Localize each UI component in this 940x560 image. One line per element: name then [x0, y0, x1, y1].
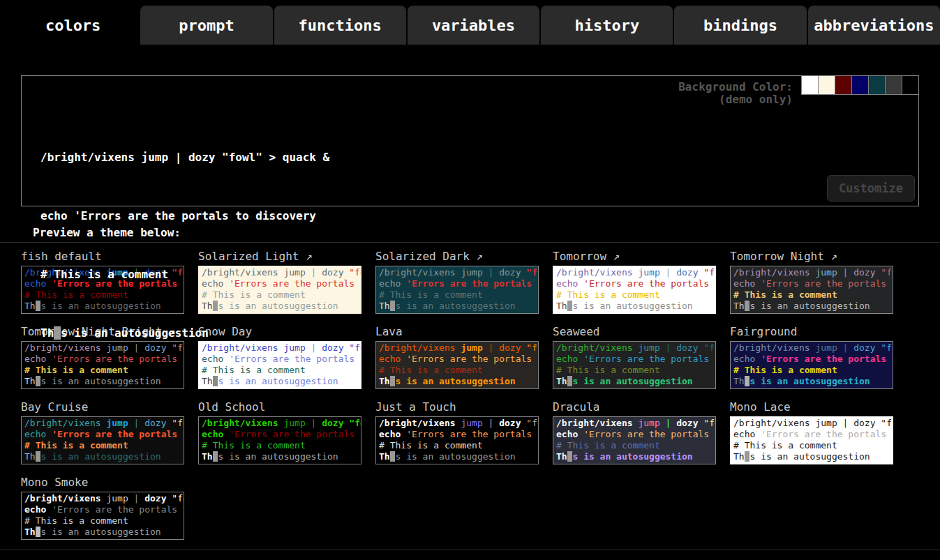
token-dozy: dozy — [144, 493, 172, 504]
theme-card[interactable]: Tomorrow ↗/bright/vixens jump | dozy "fo… — [553, 250, 716, 314]
tab-prompt[interactable]: prompt — [140, 6, 272, 45]
theme-card[interactable]: Mono Smoke/bright/vixens jump | dozy "fo… — [21, 476, 184, 540]
token-path: /bright/vixens — [556, 267, 638, 278]
theme-preview[interactable]: /bright/vixens jump | dozy "fowl" > quac… — [375, 416, 539, 464]
token-squote: 'Errors are the portals to discovery — [406, 354, 539, 364]
token-typed: Th — [24, 527, 36, 537]
theme-preview[interactable]: /bright/vixens jump | dozy "fowl" > quac… — [553, 341, 716, 389]
theme-preview[interactable]: /bright/vixens jump | dozy "fowl" > quac… — [375, 341, 539, 389]
theme-card[interactable]: Old School/bright/vixens jump | dozy "fo… — [198, 400, 361, 464]
bg-swatches — [801, 75, 919, 95]
theme-name[interactable]: Tomorrow Night ↗ — [730, 250, 893, 264]
token-comment: # This is a comment — [24, 440, 128, 451]
tab-abbreviations[interactable]: abbreviations — [808, 6, 940, 45]
theme-card[interactable]: Lava/bright/vixens jump | dozy "fowl" > … — [375, 325, 539, 389]
tab-bindings[interactable]: bindings — [674, 6, 806, 45]
theme-sample-line: This is an autosuggestion — [556, 451, 713, 462]
theme-name[interactable]: Bay Cruise — [21, 400, 184, 414]
token-typed: Th — [379, 301, 390, 311]
theme-name[interactable]: Fairground — [730, 325, 893, 339]
theme-sample-line: # This is a comment — [379, 440, 535, 451]
bg-swatch-2[interactable] — [819, 75, 835, 95]
theme-name[interactable]: Mono Smoke — [21, 476, 184, 490]
theme-card[interactable]: Seaweed/bright/vixens jump | dozy "fowl"… — [553, 325, 716, 389]
theme-preview[interactable]: /bright/vixens jump | dozy "fowl" > quac… — [553, 416, 716, 464]
theme-sample-line: This is an autosuggestion — [379, 376, 535, 387]
theme-card[interactable]: Dracula/bright/vixens jump | dozy "fowl"… — [553, 400, 716, 464]
theme-preview[interactable]: /bright/vixens jump | dozy "fowl" > quac… — [375, 266, 539, 314]
theme-sample-line: # This is a comment — [556, 440, 713, 451]
theme-name[interactable]: Just a Touch — [375, 400, 539, 414]
bg-swatch-6[interactable] — [886, 75, 902, 95]
token-pipe: | — [843, 267, 854, 278]
token-dquote: "fowl" > quack & — [526, 267, 539, 278]
token-squote: 'Errors are the portals to discovery — [406, 429, 539, 439]
theme-name[interactable]: Dracula — [553, 400, 716, 414]
theme-sample-line: # This is a comment — [379, 289, 535, 301]
token-typed: Th — [733, 451, 745, 462]
tab-variables[interactable]: variables — [408, 6, 539, 45]
sample-line-1: /bright/vixens jump | dozy "fowl" > quac… — [40, 148, 329, 167]
token-param: jump — [283, 418, 311, 428]
theme-sample-line: /bright/vixens jump | dozy "fowl" > quac… — [556, 267, 713, 278]
token-echo: echo — [556, 278, 583, 289]
theme-name[interactable]: Seaweed — [553, 325, 716, 339]
token-comment: # This is a comment — [24, 515, 128, 526]
bg-swatch-5[interactable] — [869, 75, 886, 95]
theme-card[interactable]: Bay Cruise/bright/vixens jump | dozy "fo… — [21, 400, 184, 464]
bg-swatch-3[interactable] — [835, 75, 852, 95]
theme-card[interactable]: Fairground/bright/vixens jump | dozy "fo… — [730, 325, 893, 389]
token-squote: 'Errors are the portals to discovery — [406, 278, 539, 289]
token-path: /bright/vixens — [202, 418, 283, 428]
token-typed: Th — [556, 301, 567, 311]
theme-sample-line: This is an autosuggestion — [556, 376, 713, 387]
theme-sample-line: # This is a comment — [556, 365, 713, 376]
tab-colors[interactable]: colors — [7, 6, 139, 45]
theme-card[interactable]: Just a Touch/bright/vixens jump | dozy "… — [375, 400, 539, 464]
theme-preview[interactable]: /bright/vixens jump | dozy "fowl" > quac… — [730, 266, 893, 314]
theme-preview[interactable]: /bright/vixens jump | dozy "fowl" > quac… — [21, 416, 184, 464]
theme-sample-line: # This is a comment — [733, 289, 890, 301]
token-param: jump — [106, 493, 133, 504]
theme-preview[interactable]: /bright/vixens jump | dozy "fowl" > quac… — [21, 492, 184, 540]
token-dozy: dozy — [676, 342, 703, 353]
theme-preview[interactable]: /bright/vixens jump | dozy "fowl" > quac… — [730, 416, 893, 464]
theme-name[interactable]: Lava — [375, 325, 539, 339]
theme-sample-line: /bright/vixens jump | dozy "fowl" > quac… — [379, 418, 535, 429]
theme-sample-line: # This is a comment — [24, 515, 181, 527]
theme-preview[interactable]: /bright/vixens jump | dozy "fowl" > quac… — [553, 266, 716, 314]
theme-name[interactable]: Mono Lace — [730, 400, 893, 414]
theme-preview[interactable]: /bright/vixens jump | dozy "fowl" > quac… — [198, 416, 361, 464]
token-dquote: "fowl" > quack & — [526, 418, 539, 428]
theme-name[interactable]: Solarized Dark ↗ — [375, 250, 539, 264]
theme-sample-line: This is an autosuggestion — [24, 527, 181, 538]
bg-swatch-7[interactable] — [902, 75, 919, 95]
theme-name[interactable]: Tomorrow ↗ — [553, 250, 716, 264]
tab-functions[interactable]: functions — [274, 6, 406, 45]
token-comment: # This is a comment — [556, 365, 660, 375]
cursor-block: i — [54, 326, 61, 340]
theme-card[interactable]: Mono Lace/bright/vixens jump | dozy "fow… — [730, 400, 893, 464]
theme-sample-line: # This is a comment — [202, 440, 358, 451]
theme-sample-line: This is an autosuggestion — [24, 451, 181, 462]
tab-history[interactable]: history — [541, 6, 673, 45]
customize-button[interactable]: Customize — [827, 175, 915, 202]
token-dquote: "fowl" > quack & — [703, 418, 716, 428]
token-suggest: s is an autosuggestion — [395, 451, 515, 462]
theme-sample-line: /bright/vixens jump | dozy "fowl" > quac… — [733, 342, 890, 354]
theme-sample-line: echo 'Errors are the portals to discover… — [733, 278, 890, 289]
theme-sample-line: This is an autosuggestion — [733, 376, 890, 387]
theme-preview[interactable]: /bright/vixens jump | dozy "fowl" > quac… — [730, 341, 893, 389]
token-comment: # This is a comment — [556, 289, 660, 300]
theme-card[interactable]: Solarized Dark ↗/bright/vixens jump | do… — [375, 250, 539, 314]
theme-sample-line: # This is a comment — [379, 365, 535, 376]
tab-bar: colorspromptfunctionsvariableshistorybin… — [0, 0, 940, 45]
theme-card[interactable]: Tomorrow Night ↗/bright/vixens jump | do… — [730, 250, 893, 314]
token-pipe: | — [488, 342, 500, 353]
theme-sample-line: /bright/vixens jump | dozy "fowl" > quac… — [202, 418, 358, 429]
token-dozy: dozy — [853, 342, 881, 353]
bg-swatch-4[interactable] — [852, 75, 869, 95]
bg-swatch-1[interactable] — [801, 75, 819, 95]
theme-name[interactable]: Old School — [198, 400, 361, 414]
token-suggest: s is an autosuggestion — [749, 451, 870, 462]
